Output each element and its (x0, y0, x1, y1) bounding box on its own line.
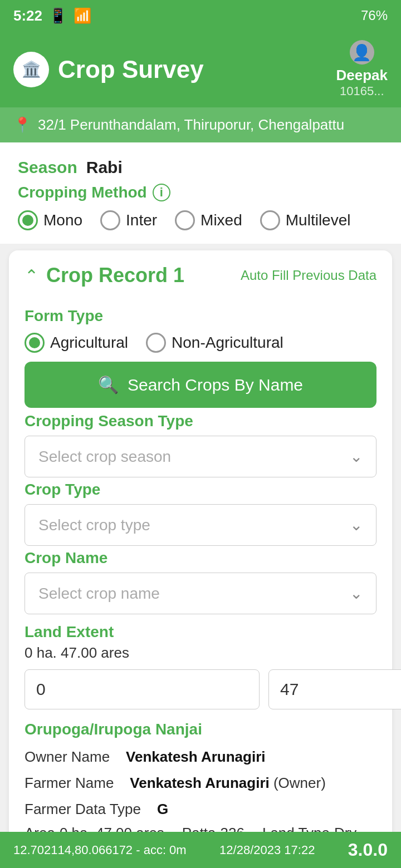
data-type-row: Farmer Data Type G (25, 798, 376, 820)
data-type-label: Farmer Data Type (25, 801, 141, 817)
land-extent-ares-input[interactable] (268, 669, 401, 709)
chevron-up-icon[interactable]: ⌃ (25, 266, 38, 285)
land-extent-inputs (25, 669, 376, 709)
gps-coordinates: 12.702114,80.066172 - acc: 0m (13, 843, 187, 857)
app-logo: 🏛️ (13, 52, 49, 87)
crop-record-card: ⌃ Crop Record 1 Auto Fill Previous Data … (9, 250, 392, 859)
crop-type-dropdown[interactable]: Select crop type ⌄ (25, 504, 376, 546)
signal-icon: 📶 (74, 7, 91, 24)
cropping-season-type-dropdown[interactable]: Select crop season ⌄ (25, 436, 376, 477)
cropping-season-type-label: Cropping Season Type (25, 412, 376, 430)
land-extent-section: Land Extent 0 ha. 47.00 ares (9, 623, 392, 709)
crop-record-title-row: ⌃ Crop Record 1 (25, 264, 184, 287)
radio-multilevel[interactable]: Multilevel (260, 210, 351, 230)
app-title: Crop Survey (58, 56, 204, 83)
location-icon: 📍 (13, 116, 31, 134)
cropping-method-radio-group: Mono Inter Mixed Multilevel (18, 210, 383, 230)
radio-agricultural[interactable]: Agricultural (25, 333, 128, 353)
header-left: 🏛️ Crop Survey (13, 52, 204, 87)
crop-name-dropdown[interactable]: Select crop name ⌄ (25, 573, 376, 614)
form-type-radio-group: Agricultural Non-Agricultural (25, 333, 376, 353)
radio-circle-non-agricultural (146, 333, 166, 353)
radio-non-agricultural[interactable]: Non-Agricultural (146, 333, 283, 353)
user-id: 10165... (340, 84, 384, 98)
crop-record-title: Crop Record 1 (46, 264, 184, 287)
owner-name-value: Venkatesh Arunagiri (126, 748, 265, 765)
crop-name-placeholder: Select crop name (38, 585, 160, 603)
search-crops-button[interactable]: 🔍 Search Crops By Name (25, 362, 376, 408)
radio-circle-inter (100, 210, 120, 230)
crop-name-label: Crop Name (25, 549, 376, 567)
data-type-value: G (157, 801, 168, 817)
logo-icon: 🏛️ (22, 60, 41, 78)
time-display: 5:22 (13, 7, 42, 24)
radio-mono[interactable]: Mono (18, 210, 82, 230)
season-section: Season Rabi Cropping Method i Mono Inter… (0, 142, 401, 244)
form-section: Form Type Agricultural Non-Agricultural … (9, 307, 392, 614)
radio-inter[interactable]: Inter (100, 210, 157, 230)
radio-circle-mono (18, 210, 38, 230)
radio-circle-mixed (175, 210, 195, 230)
chevron-down-icon: ⌄ (350, 447, 363, 466)
whatsapp-icon: 📱 (49, 7, 67, 24)
bottom-bar: 12.702114,80.066172 - acc: 0m 12/28/2023… (0, 832, 401, 868)
land-extent-sub: 0 ha. 47.00 ares (25, 644, 376, 662)
status-bar: 5:22 📱 📶 76% (0, 0, 401, 31)
farmer-name-label: Farmer Name (25, 775, 114, 791)
battery-display: 76% (361, 8, 388, 23)
search-crops-label: Search Crops By Name (128, 376, 303, 394)
status-time: 5:22 📱 📶 (13, 7, 91, 24)
owner-name-row: Owner Name Venkatesh Arunagiri (25, 746, 376, 768)
crop-type-container: Crop Type Select crop type ⌄ (25, 481, 376, 546)
cropping-method-label: Cropping Method i (18, 184, 383, 201)
app-header: 🏛️ Crop Survey 👤 Deepak 10165... (0, 31, 401, 107)
form-type-label: Form Type (25, 307, 376, 325)
season-label: Season (18, 158, 77, 177)
season-value: Rabi (86, 158, 123, 177)
info-icon[interactable]: i (153, 184, 170, 201)
owner-name-label: Owner Name (25, 748, 110, 765)
crop-name-container: Crop Name Select crop name ⌄ (25, 549, 376, 614)
datetime-display: 12/28/2023 17:22 (219, 843, 315, 857)
radio-circle-multilevel (260, 210, 280, 230)
cropping-season-type-container: Cropping Season Type Select crop season … (25, 412, 376, 477)
crop-type-placeholder: Select crop type (38, 516, 150, 534)
user-avatar: 👤 (350, 40, 374, 65)
location-address: 32/1 Perunthandalam, Thiruporur, Chengal… (38, 116, 344, 134)
header-user: 👤 Deepak 10165... (336, 40, 388, 98)
orupoga-section: Orupoga/Irupoga Nanjai Owner Name Venkat… (9, 709, 392, 842)
land-extent-ha-input[interactable] (25, 669, 260, 709)
location-bar: 📍 32/1 Perunthandalam, Thiruporur, Cheng… (0, 107, 401, 142)
crop-type-label: Crop Type (25, 481, 376, 499)
cropping-season-type-placeholder: Select crop season (38, 448, 171, 466)
farmer-suffix: (Owner) (273, 775, 326, 791)
land-extent-label: Land Extent (25, 623, 376, 641)
status-right: 76% (361, 8, 388, 23)
search-icon: 🔍 (98, 375, 119, 394)
farmer-name-row: Farmer Name Venkatesh Arunagiri (Owner) (25, 772, 376, 794)
orupoga-title: Orupoga/Irupoga Nanjai (25, 721, 376, 738)
farmer-name-value: Venkatesh Arunagiri (130, 775, 269, 791)
crop-record-header: ⌃ Crop Record 1 Auto Fill Previous Data (9, 250, 392, 296)
radio-circle-agricultural (25, 333, 45, 353)
chevron-down-icon-2: ⌄ (350, 516, 363, 534)
radio-mixed[interactable]: Mixed (175, 210, 242, 230)
user-name: Deepak (336, 67, 388, 84)
auto-fill-button[interactable]: Auto Fill Previous Data (241, 268, 376, 283)
user-icon: 👤 (352, 43, 371, 62)
version-display: 3.0.0 (348, 840, 388, 860)
chevron-down-icon-3: ⌄ (350, 584, 363, 603)
